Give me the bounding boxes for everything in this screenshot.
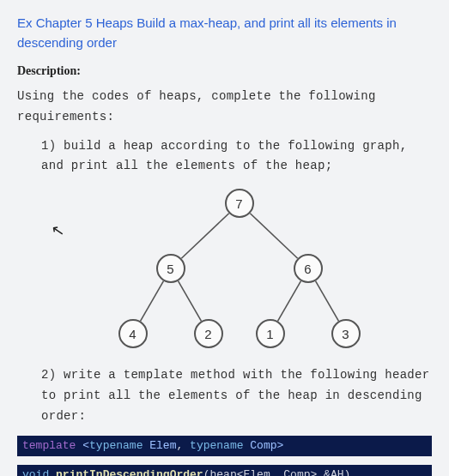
heap-node: 6 — [294, 254, 323, 283]
heap-edge — [250, 214, 297, 259]
heap-edge — [181, 214, 228, 259]
angle-open: < — [76, 439, 89, 452]
document-page: Ex Chapter 5 Heaps Build a max-heap, and… — [0, 0, 449, 476]
heap-node: 7 — [225, 189, 254, 218]
heap-edge — [315, 281, 338, 322]
type-elem: Elem — [143, 439, 176, 452]
heap-node: 2 — [194, 319, 223, 348]
heap-node: 3 — [331, 319, 361, 348]
angle-close: > — [277, 439, 284, 452]
space — [49, 468, 56, 476]
comma: , — [176, 439, 190, 452]
exercise-title-link[interactable]: Ex Chapter 5 Heaps Build a max-heap, and… — [17, 15, 397, 50]
code-line-2: void printInDescendingOrder(heap<Elem, C… — [17, 465, 432, 476]
requirement-2: 2) write a template method with the foll… — [17, 365, 432, 426]
heap-node: 4 — [118, 319, 148, 348]
function-args: (heap<Elem, Comp> &AH) — [203, 468, 351, 476]
keyword-void: void — [22, 468, 49, 476]
description-heading: Description: — [17, 64, 432, 78]
heap-edge — [277, 281, 300, 322]
code-line-1: template <typename Elem, typename Comp> — [17, 436, 432, 457]
heap-node: 5 — [156, 254, 185, 283]
intro-paragraph: Using the codes of heaps, complete the f… — [17, 87, 432, 128]
cursor-icon: ↖ — [50, 220, 66, 241]
type-comp: Comp — [244, 439, 277, 452]
function-name: printInDescendingOrder — [56, 468, 203, 476]
requirement-1: 1) build a heap according to the followi… — [17, 136, 432, 178]
heap-edge — [140, 281, 163, 322]
keyword-typename-2: typename — [190, 439, 243, 452]
heap-graph: 7564213 — [88, 185, 362, 357]
heap-node: 1 — [256, 319, 285, 348]
keyword-typename-1: typename — [89, 439, 143, 452]
keyword-template: template — [22, 439, 76, 452]
heap-edge — [178, 281, 201, 322]
